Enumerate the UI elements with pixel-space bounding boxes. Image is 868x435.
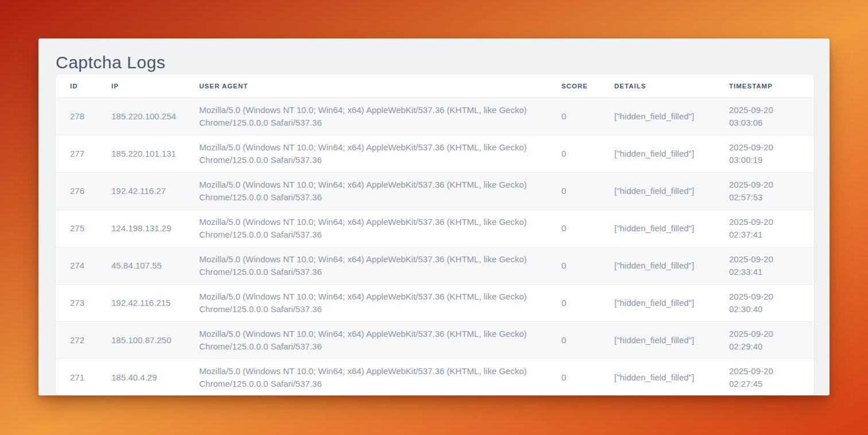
cell-score: 0 <box>561 98 614 135</box>
cell-timestamp: 2025-09-20 02:33:41 <box>729 247 814 284</box>
column-header-timestamp: TIMESTAMP <box>729 75 814 98</box>
column-header-user-agent: USER AGENT <box>199 75 561 98</box>
logs-table-container: ID IP USER AGENT SCORE DETAILS TIMESTAMP… <box>56 75 814 395</box>
cell-details: ["hidden_field_filled"] <box>614 247 729 284</box>
cell-details: ["hidden_field_filled"] <box>614 209 729 247</box>
cell-score: 0 <box>561 209 614 247</box>
page-title: Captcha Logs <box>56 51 814 75</box>
cell-details: ["hidden_field_filled"] <box>614 321 729 359</box>
table-row: 273 192.42.116.215 Mozilla/5.0 (Windows … <box>56 284 814 321</box>
cell-ip: 185.40.4.29 <box>111 359 199 395</box>
table-row: 278 185.220.100.254 Mozilla/5.0 (Windows… <box>56 98 814 135</box>
cell-id: 273 <box>56 284 111 321</box>
cell-details: ["hidden_field_filled"] <box>614 98 729 135</box>
cell-score: 0 <box>561 284 614 321</box>
column-header-id: ID <box>56 75 111 98</box>
table-row: 275 124.198.131.29 Mozilla/5.0 (Windows … <box>56 209 814 247</box>
cell-ip: 192.42.116.27 <box>111 172 199 209</box>
cell-timestamp: 2025-09-20 02:30:40 <box>729 284 814 321</box>
cell-id: 272 <box>56 321 111 359</box>
cell-score: 0 <box>561 247 614 284</box>
cell-score: 0 <box>561 172 614 209</box>
cell-id: 276 <box>56 172 111 209</box>
captcha-logs-card: Captcha Logs ID IP USER AGENT SCORE DETA… <box>38 38 830 395</box>
cell-ip: 185.220.100.254 <box>111 98 199 135</box>
cell-user-agent: Mozilla/5.0 (Windows NT 10.0; Win64; x64… <box>199 284 561 321</box>
captcha-logs-table: ID IP USER AGENT SCORE DETAILS TIMESTAMP… <box>56 75 814 395</box>
cell-ip: 124.198.131.29 <box>111 209 199 247</box>
table-row: 272 185.100.87.250 Mozilla/5.0 (Windows … <box>56 321 814 359</box>
table-body: 278 185.220.100.254 Mozilla/5.0 (Windows… <box>56 98 814 395</box>
table-header-row: ID IP USER AGENT SCORE DETAILS TIMESTAMP <box>56 75 814 98</box>
cell-user-agent: Mozilla/5.0 (Windows NT 10.0; Win64; x64… <box>199 98 561 135</box>
cell-id: 277 <box>56 135 111 172</box>
cell-details: ["hidden_field_filled"] <box>614 284 729 321</box>
cell-user-agent: Mozilla/5.0 (Windows NT 10.0; Win64; x64… <box>199 135 561 172</box>
cell-ip: 185.220.101.131 <box>111 135 199 172</box>
cell-details: ["hidden_field_filled"] <box>614 359 729 395</box>
table-row: 271 185.40.4.29 Mozilla/5.0 (Windows NT … <box>56 359 814 395</box>
cell-user-agent: Mozilla/5.0 (Windows NT 10.0; Win64; x64… <box>199 209 561 247</box>
cell-score: 0 <box>561 321 614 359</box>
cell-ip: 45.84.107.55 <box>111 247 199 284</box>
cell-id: 271 <box>56 359 111 395</box>
cell-ip: 192.42.116.215 <box>111 284 199 321</box>
cell-details: ["hidden_field_filled"] <box>614 172 729 209</box>
cell-timestamp: 2025-09-20 02:37:41 <box>729 209 814 247</box>
cell-user-agent: Mozilla/5.0 (Windows NT 10.0; Win64; x64… <box>199 247 561 284</box>
page-background: { "page": { "title": "Captcha Logs" }, "… <box>0 0 868 435</box>
cell-timestamp: 2025-09-20 02:57:53 <box>729 172 814 209</box>
table-row: 276 192.42.116.27 Mozilla/5.0 (Windows N… <box>56 172 814 209</box>
column-header-details: DETAILS <box>614 75 729 98</box>
column-header-ip: IP <box>111 75 199 98</box>
cell-user-agent: Mozilla/5.0 (Windows NT 10.0; Win64; x64… <box>199 172 561 209</box>
cell-timestamp: 2025-09-20 02:27:45 <box>729 359 814 395</box>
table-row: 277 185.220.101.131 Mozilla/5.0 (Windows… <box>56 135 814 172</box>
cell-details: ["hidden_field_filled"] <box>614 135 729 172</box>
column-header-score: SCORE <box>561 75 614 98</box>
cell-id: 274 <box>56 247 111 284</box>
cell-timestamp: 2025-09-20 02:29:40 <box>729 321 814 359</box>
cell-id: 278 <box>56 98 111 135</box>
cell-timestamp: 2025-09-20 03:03:06 <box>729 98 814 135</box>
table-row: 274 45.84.107.55 Mozilla/5.0 (Windows NT… <box>56 247 814 284</box>
cell-timestamp: 2025-09-20 03:00:19 <box>729 135 814 172</box>
cell-score: 0 <box>561 359 614 395</box>
cell-score: 0 <box>561 135 614 172</box>
cell-user-agent: Mozilla/5.0 (Windows NT 10.0; Win64; x64… <box>199 321 561 359</box>
cell-id: 275 <box>56 209 111 247</box>
cell-ip: 185.100.87.250 <box>111 321 199 359</box>
cell-user-agent: Mozilla/5.0 (Windows NT 10.0; Win64; x64… <box>199 359 561 395</box>
